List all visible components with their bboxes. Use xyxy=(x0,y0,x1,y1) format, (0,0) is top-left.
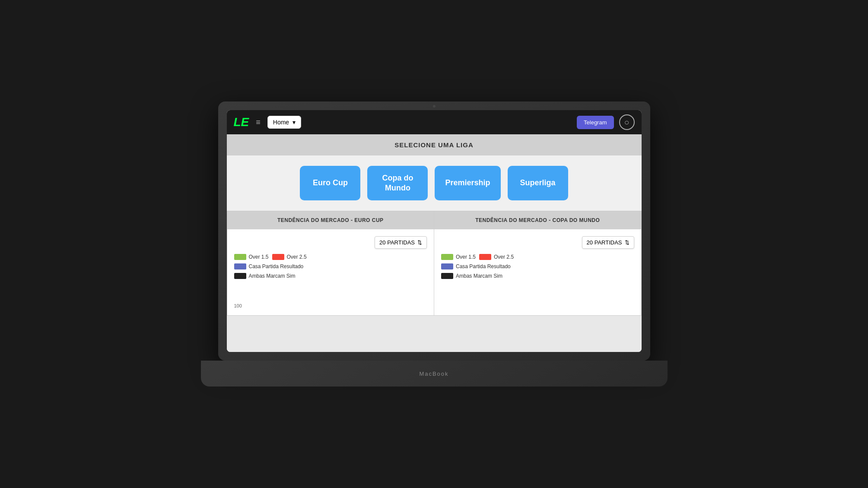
partidas-arrow-copa: ⇅ xyxy=(625,239,630,246)
panel-content-euro-cup: 20 PARTIDAS ⇅ Over 1.5 xyxy=(227,229,434,315)
avatar[interactable]: ○ xyxy=(619,114,635,130)
chart-area-copa xyxy=(441,282,634,300)
market-panel-euro-cup: TENDÊNCIA DO MERCADO - EURO CUP 20 PARTI… xyxy=(227,211,435,316)
app-wrapper: LE ≡ Home ▾ Telegram ○ SELECIONE UMA LIG… xyxy=(227,110,642,352)
legend-label-over15-euro: Over 1.5 xyxy=(249,254,269,260)
legend-label-casa-copa: Casa Partida Resultado xyxy=(456,263,511,269)
laptop-brand: MacBook xyxy=(419,371,448,377)
legend-over25-copa: Over 2.5 xyxy=(479,254,514,260)
legend-ambas-copa: Ambas Marcam Sim xyxy=(441,273,502,279)
legend-color-over15-euro xyxy=(234,254,246,260)
legend-over15-euro: Over 1.5 xyxy=(234,254,269,260)
legend-color-over25-copa xyxy=(479,254,491,260)
telegram-button[interactable]: Telegram xyxy=(577,116,614,129)
y-label-euro: 100 xyxy=(234,303,242,308)
league-buttons: Euro Cup Copa doMundo Premiership Superl… xyxy=(227,155,642,211)
chart-area-euro: 100 xyxy=(234,282,427,308)
panel-header-euro-cup: TENDÊNCIA DO MERCADO - EURO CUP xyxy=(227,211,434,229)
select-league-header: SELECIONE UMA LIGA xyxy=(227,134,642,155)
panel-header-copa: TENDÊNCIA DO MERCADO - COPA DO MUNDO xyxy=(434,211,641,229)
partidas-dropdown-copa[interactable]: 20 PARTIDAS ⇅ xyxy=(582,236,634,249)
league-btn-premiership[interactable]: Premiership xyxy=(435,166,500,200)
partidas-arrow-euro: ⇅ xyxy=(417,239,422,246)
legend-label-ambas-euro: Ambas Marcam Sim xyxy=(249,273,296,279)
league-btn-copa-do-mundo[interactable]: Copa doMundo xyxy=(367,166,428,200)
market-panels: TENDÊNCIA DO MERCADO - EURO CUP 20 PARTI… xyxy=(227,211,642,316)
legend-casa-euro: Casa Partida Resultado xyxy=(234,263,427,269)
panel-content-copa: 20 PARTIDAS ⇅ Over 1.5 xyxy=(434,229,641,307)
legend-label-over15-copa: Over 1.5 xyxy=(456,254,476,260)
partidas-select-euro: 20 PARTIDAS ⇅ xyxy=(234,236,427,249)
laptop-base: MacBook xyxy=(201,361,668,387)
partidas-select-copa: 20 PARTIDAS ⇅ xyxy=(441,236,634,249)
market-panel-copa: TENDÊNCIA DO MERCADO - COPA DO MUNDO 20 … xyxy=(434,211,642,316)
legend-casa-copa: Casa Partida Resultado xyxy=(441,263,634,269)
partidas-label-euro: 20 PARTIDAS xyxy=(379,239,415,246)
legend-color-over25-euro xyxy=(272,254,284,260)
camera-dot xyxy=(433,105,436,108)
partidas-dropdown-euro[interactable]: 20 PARTIDAS ⇅ xyxy=(375,236,427,249)
header: LE ≡ Home ▾ Telegram ○ xyxy=(227,110,642,134)
legend-euro: Over 1.5 Over 2.5 Casa Partida Resultado xyxy=(234,254,427,279)
legend-over15-copa: Over 1.5 xyxy=(441,254,476,260)
legend-ambas-euro: Ambas Marcam Sim xyxy=(234,273,296,279)
nav-dropdown-arrow: ▾ xyxy=(293,119,296,126)
legend-over25-euro: Over 2.5 xyxy=(272,254,307,260)
hamburger-icon[interactable]: ≡ xyxy=(254,116,262,129)
legend-label-ambas-copa: Ambas Marcam Sim xyxy=(456,273,502,279)
legend-label-over25-euro: Over 2.5 xyxy=(287,254,307,260)
logo: LE xyxy=(234,116,249,128)
league-btn-superliga[interactable]: Superliga xyxy=(508,166,568,200)
laptop-screen: LE ≡ Home ▾ Telegram ○ SELECIONE UMA LIG… xyxy=(227,110,642,352)
legend-color-casa-euro xyxy=(234,263,246,269)
legend-color-ambas-euro xyxy=(234,273,246,279)
legend-label-casa-euro: Casa Partida Resultado xyxy=(249,263,304,269)
legend-copa: Over 1.5 Over 2.5 Casa Partida Resultado xyxy=(441,254,634,279)
partidas-label-copa: 20 PARTIDAS xyxy=(587,239,622,246)
league-btn-euro-cup[interactable]: Euro Cup xyxy=(300,166,360,200)
legend-color-ambas-copa xyxy=(441,273,453,279)
nav-dropdown-label: Home xyxy=(273,119,289,126)
content-area: SELECIONE UMA LIGA Euro Cup Copa doMundo… xyxy=(227,134,642,352)
legend-label-over25-copa: Over 2.5 xyxy=(494,254,514,260)
legend-color-casa-copa xyxy=(441,263,453,269)
legend-color-over15-copa xyxy=(441,254,453,260)
nav-dropdown[interactable]: Home ▾ xyxy=(267,116,301,129)
